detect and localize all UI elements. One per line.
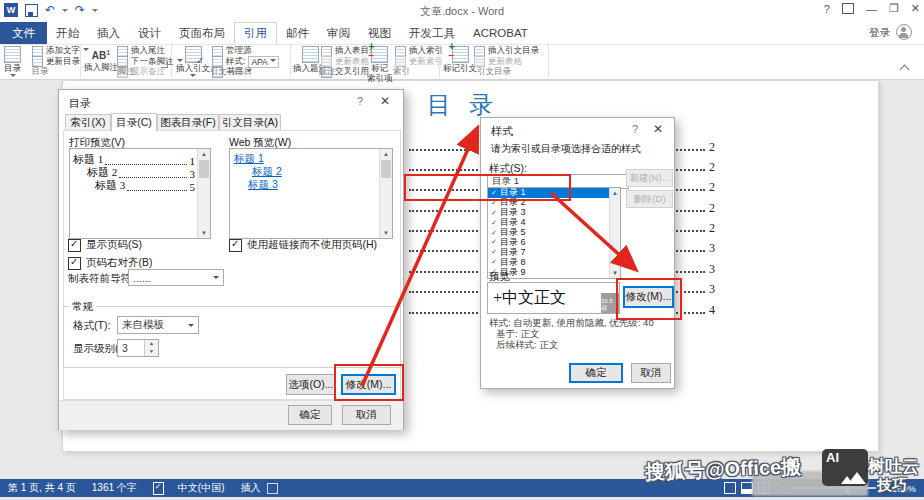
scroll-thumb[interactable] — [199, 160, 209, 178]
tab-file[interactable]: 文件 — [0, 22, 47, 44]
stepper-arrows[interactable]: ▲▼ — [144, 340, 158, 356]
ribbon-display-options-icon[interactable] — [842, 3, 854, 14]
style-modify-button[interactable]: 修改(M)... — [623, 286, 674, 308]
word-count[interactable]: 1361 个字 — [92, 481, 137, 495]
restore-icon[interactable]: ❐ — [889, 2, 899, 15]
style-check-icon: ✓ — [491, 229, 497, 237]
scrollbar[interactable] — [197, 149, 210, 238]
print-preview-box: 标题 11 标题 23 标题 35 — [69, 148, 211, 239]
dialog-launcher-icon[interactable] — [161, 61, 168, 68]
style-list: ✓目录 1 ✓目录 2 ✓目录 3 ✓目录 4 ✓目录 5 ✓目录 6 ✓目录 … — [487, 187, 621, 279]
scrollbar[interactable] — [379, 149, 392, 238]
tab-insert[interactable]: 插入 — [88, 22, 129, 44]
general-groupbox — [63, 306, 401, 368]
checkbox-use-hyperlinks[interactable]: 使用超链接而不使用页码(H) — [229, 238, 377, 252]
tab-home[interactable]: 开始 — [47, 22, 88, 44]
modify-button[interactable]: 修改(M)... — [341, 374, 396, 395]
tab-design[interactable]: 设计 — [129, 22, 170, 44]
options-button[interactable]: 选项(O)... — [286, 374, 336, 395]
close-icon[interactable]: ✕ — [911, 2, 920, 15]
scrollbar[interactable] — [609, 188, 620, 278]
language-indicator[interactable]: 中文(中国) — [178, 481, 225, 495]
style-check-icon: ✓ — [491, 258, 497, 266]
help-icon[interactable]: ? — [632, 123, 638, 135]
title-bar: W ↶ ↷ 文章.docx - Word ? — ❐ ✕ — [0, 0, 924, 22]
delete-button[interactable]: 删除(D) — [626, 190, 673, 208]
manage-sources-icon — [212, 46, 223, 57]
new-button[interactable]: 新建(N)... — [626, 169, 673, 187]
scroll-up-icon[interactable] — [198, 149, 210, 159]
scroll-up-icon[interactable] — [380, 149, 392, 159]
tab-figures[interactable]: 图表目录(F) — [157, 114, 219, 131]
scroll-down-icon[interactable] — [198, 228, 210, 238]
ok-button[interactable]: 确定 — [569, 363, 623, 383]
tab-acrobat[interactable]: ACROBAT — [464, 22, 537, 44]
chevron-down-icon — [213, 276, 219, 282]
insert-mode-indicator[interactable]: 插入 — [241, 481, 261, 495]
style-preview-box: +中文正文 10.5 磅 — [487, 282, 620, 314]
show-levels-stepper[interactable]: 3 ▲▼ — [117, 339, 159, 357]
tab-leader-value: ...... — [133, 272, 151, 284]
dot-leader — [127, 190, 186, 191]
insert-index-icon — [395, 46, 406, 57]
toc-page-number: 2 — [709, 180, 715, 194]
scroll-thumb[interactable] — [381, 160, 391, 178]
sign-in-link[interactable]: 登录 — [869, 26, 890, 40]
scroll-up-icon[interactable] — [610, 188, 620, 198]
close-icon[interactable]: ✕ — [653, 122, 663, 136]
font-size-tag: 10.5 磅 — [601, 293, 619, 313]
minimize-icon[interactable]: — — [866, 3, 877, 15]
window-title: 文章.docx - Word — [0, 4, 924, 19]
format-dropdown[interactable]: 来自模板 — [117, 316, 199, 334]
ribbon-group-authorities: 标记引文 插入引文目录 更新表格 引文目录 — [440, 45, 549, 78]
style-info-line: 后续样式: 正文 — [496, 339, 558, 352]
tab-view[interactable]: 视图 — [359, 22, 400, 44]
cancel-button[interactable]: 取消 — [342, 405, 391, 425]
checkbox-checked-icon[interactable] — [68, 257, 81, 270]
ai-logo-text: AI — [826, 450, 839, 465]
read-mode-icon[interactable] — [724, 482, 736, 494]
style-check-icon: ✓ — [491, 248, 497, 256]
tab-references[interactable]: 引用 — [234, 22, 277, 44]
checkbox-label: 使用超链接而不使用页码(H) — [247, 238, 377, 252]
checkbox-checked-icon[interactable] — [68, 239, 81, 252]
macro-record-icon[interactable] — [267, 483, 278, 494]
tab-index[interactable]: 索引(X) — [65, 114, 111, 131]
toc-page-number: 3 — [709, 241, 715, 255]
page-indicator[interactable]: 第 1 页, 共 4 页 — [8, 481, 76, 495]
index-group-column: 插入索引 更新索引 — [395, 46, 443, 67]
tab-authorities[interactable]: 引文目录(A) — [219, 114, 281, 131]
help-icon[interactable]: ? — [824, 3, 830, 15]
checkbox-checked-icon[interactable] — [229, 239, 242, 252]
group-label-captions: 题注 — [291, 66, 363, 78]
account-avatar-icon[interactable] — [896, 24, 912, 40]
tab-toc[interactable]: 目录(C) — [111, 113, 157, 132]
scroll-down-icon[interactable] — [610, 268, 620, 278]
web-preview-link: 标题 3 — [248, 178, 278, 192]
tab-leader-dropdown[interactable]: ...... — [128, 269, 224, 286]
collapse-ribbon-icon[interactable] — [900, 65, 910, 75]
stepper-up-icon[interactable]: ▲ — [145, 340, 158, 348]
ribbon-group-captions: 插入题注 插入表目录 更新表格 交叉引用 题注 — [291, 45, 364, 78]
ok-button[interactable]: 确定 — [288, 405, 332, 425]
watermark-text-tail: 技巧 — [877, 476, 907, 495]
help-icon[interactable]: ? — [357, 95, 363, 107]
group-label-toc: 目录 — [0, 66, 80, 78]
cancel-button[interactable]: 取消 — [631, 363, 671, 383]
word-window: 目 录 2 2 2 2 2 3 3 3 4 目录 ? ✕ 索引(X) 目录(C)… — [0, 0, 924, 500]
scroll-down-icon[interactable] — [380, 228, 392, 238]
checkbox-right-align-page-numbers[interactable]: 页码右对齐(B) — [68, 256, 153, 270]
mark-citation-icon — [452, 46, 469, 63]
stepper-down-icon[interactable]: ▼ — [145, 348, 158, 356]
style-preview-text: +中文正文 — [493, 288, 566, 309]
tab-review[interactable]: 审阅 — [318, 22, 359, 44]
close-icon[interactable]: ✕ — [380, 94, 390, 108]
web-preview-box: 标题 1 标题 2 标题 3 — [229, 148, 393, 239]
tab-mailings[interactable]: 邮件 — [277, 22, 318, 44]
tab-page-layout[interactable]: 页面布局 — [170, 22, 234, 44]
ribbon-group-index: 标记 索引项 插入索引 更新索引 索引 — [364, 45, 440, 78]
toc-page-number: 2 — [709, 221, 715, 235]
ribbon: 目录 添加文字 更新目录 目录 AB1 插入脚注 插入尾注 下一条脚注 显示备注… — [0, 44, 924, 80]
checkbox-show-page-numbers[interactable]: 显示页码(S) — [68, 238, 142, 252]
spellcheck-icon[interactable] — [153, 482, 164, 495]
